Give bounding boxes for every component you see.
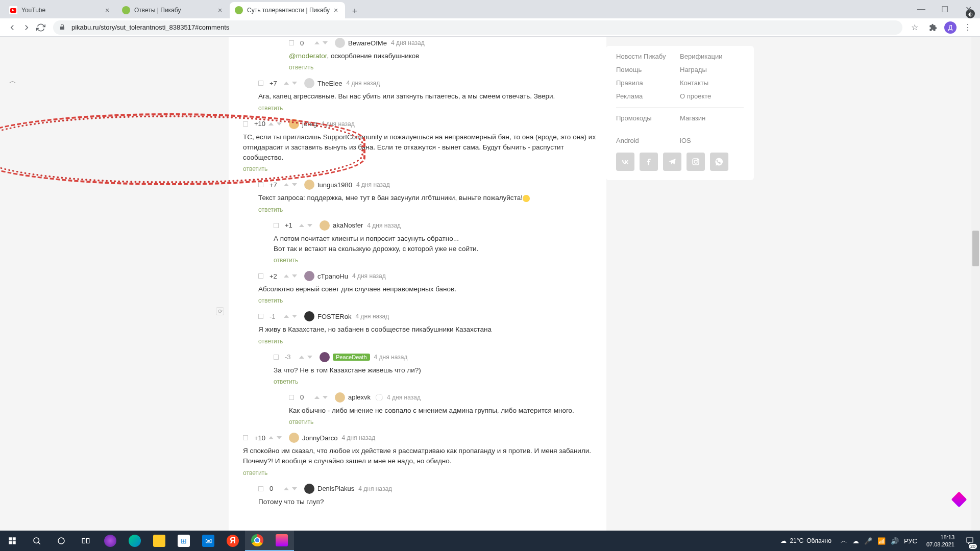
refresh-comments-icon[interactable]: ⟳ (216, 307, 224, 315)
downvote-button[interactable] (307, 224, 312, 227)
sidebar-link-shop[interactable]: Магазин (680, 112, 744, 125)
scrollbar-thumb[interactable] (972, 231, 979, 266)
tab-pikabu-answers[interactable]: Ответы | Пикабу × (117, 2, 229, 18)
reply-button[interactable]: ответить (274, 256, 298, 267)
bookmark-button[interactable]: ☆ (908, 20, 922, 35)
reply-button[interactable]: ответить (243, 468, 267, 480)
tab-pikabu-story[interactable]: Суть толерантности | Пикабу × (230, 2, 345, 18)
collapse-toggle[interactable] (289, 40, 294, 45)
sidebar-link-help[interactable]: Помощь (616, 63, 680, 77)
taskbar-app-chrome[interactable] (245, 531, 270, 551)
upvote-button[interactable] (284, 183, 289, 186)
menu-button[interactable]: ⋮ (961, 20, 975, 35)
scrollbar[interactable] (971, 37, 980, 531)
downvote-button[interactable] (323, 41, 328, 44)
viber-icon[interactable] (710, 153, 728, 171)
tray-lang[interactable]: РУС (904, 537, 917, 545)
grammar-fab-icon[interactable] (951, 491, 967, 507)
collapse-toggle[interactable] (243, 121, 248, 127)
username-link[interactable]: FOSTERok (317, 313, 351, 320)
tray-volume-icon[interactable]: 🔊 (891, 537, 899, 545)
collapse-toggle[interactable] (289, 395, 294, 400)
upvote-button[interactable] (284, 274, 289, 278)
reply-button[interactable]: ответить (258, 104, 283, 115)
taskbar-app-edge[interactable] (122, 531, 147, 551)
avatar[interactable] (320, 220, 330, 231)
minimize-button[interactable]: — (910, 0, 933, 18)
downvote-button[interactable] (292, 82, 297, 85)
close-icon[interactable]: × (332, 6, 340, 14)
avatar[interactable] (304, 78, 314, 88)
downvote-button[interactable] (292, 183, 297, 186)
collapse-toggle[interactable] (258, 273, 263, 279)
avatar[interactable] (335, 38, 345, 48)
username-link[interactable]: cTpanoHu (317, 272, 348, 280)
tray-mic-icon[interactable]: 🎤 (864, 537, 872, 545)
taskbar-app-paint[interactable] (270, 531, 294, 551)
avatar[interactable] (304, 180, 314, 190)
username-link[interactable]: jereg (302, 120, 317, 128)
tray-chevron-icon[interactable]: ︿ (841, 536, 847, 545)
sidebar-link-rules[interactable]: Правила (616, 77, 680, 90)
close-window-button[interactable]: ✕ (957, 0, 980, 18)
reply-button[interactable]: ответить (274, 377, 298, 388)
close-icon[interactable]: × (216, 6, 224, 14)
upvote-button[interactable] (268, 122, 274, 126)
back-button[interactable] (5, 20, 19, 35)
username-link[interactable]: aplexvk (348, 393, 371, 401)
sidebar-link-android[interactable]: Android (616, 134, 680, 147)
cortana-button[interactable] (49, 531, 74, 551)
taskbar-app-mail[interactable]: ✉ (196, 531, 220, 551)
tab-youtube[interactable]: YouTube × (4, 2, 116, 18)
username-link[interactable]: tungus1980 (317, 181, 352, 189)
vk-icon[interactable] (616, 153, 634, 171)
taskbar-app-explorer[interactable] (147, 531, 172, 551)
upvote-button[interactable] (284, 315, 289, 318)
downvote-button[interactable] (292, 315, 297, 318)
upvote-button[interactable] (314, 396, 320, 399)
collapse-toggle[interactable] (274, 355, 279, 360)
avatar[interactable] (289, 433, 299, 443)
notifications-button[interactable]: 20 (960, 531, 980, 551)
upvote-button[interactable] (284, 487, 289, 490)
downvote-button[interactable] (323, 396, 328, 399)
downvote-button[interactable] (307, 356, 312, 359)
taskbar-clock[interactable]: 18:13 07.08.2021 (921, 534, 960, 548)
username-link[interactable]: DenisPlakus (317, 485, 354, 492)
reply-button[interactable]: ответить (289, 63, 313, 74)
downvote-button[interactable] (277, 436, 282, 439)
search-button[interactable] (24, 531, 49, 551)
mention-link[interactable]: @moderator (289, 52, 327, 60)
sidebar-link-contacts[interactable]: Контакты (680, 77, 744, 90)
sidebar-link-ads[interactable]: Реклама (616, 90, 680, 103)
sidebar-link-ios[interactable]: iOS (680, 134, 744, 147)
avatar[interactable] (304, 311, 314, 321)
profile-button[interactable]: Д (944, 21, 957, 34)
forward-button[interactable] (19, 20, 34, 35)
reply-button[interactable]: ответить (258, 296, 283, 307)
sidebar-link-about[interactable]: О проекте (680, 90, 744, 103)
taskbar-app-store[interactable]: ⊞ (172, 531, 196, 551)
new-tab-button[interactable]: + (348, 4, 362, 18)
instagram-icon[interactable] (687, 153, 705, 171)
facebook-icon[interactable] (640, 153, 658, 171)
avatar[interactable] (289, 119, 299, 129)
start-button[interactable] (0, 531, 24, 551)
maximize-button[interactable]: ☐ (933, 0, 957, 18)
avatar[interactable] (320, 352, 330, 362)
collapse-toggle[interactable] (258, 81, 263, 86)
sidebar-link-verif[interactable]: Верификации (680, 50, 744, 63)
avatar[interactable] (335, 392, 345, 403)
taskbar-app-yandex[interactable] (98, 531, 122, 551)
downvote-button[interactable] (292, 274, 297, 278)
extensions-button[interactable] (926, 20, 940, 35)
upvote-button[interactable] (268, 436, 274, 439)
username-link[interactable]: TheElee (317, 80, 342, 87)
reload-button[interactable] (34, 20, 48, 35)
upvote-button[interactable] (299, 356, 304, 359)
close-icon[interactable]: × (103, 6, 111, 14)
collapse-toggle[interactable] (274, 223, 279, 228)
reply-button[interactable]: ответить (289, 417, 313, 429)
scroll-top-button[interactable]: ︿ (9, 77, 16, 86)
downvote-button[interactable] (292, 487, 297, 490)
